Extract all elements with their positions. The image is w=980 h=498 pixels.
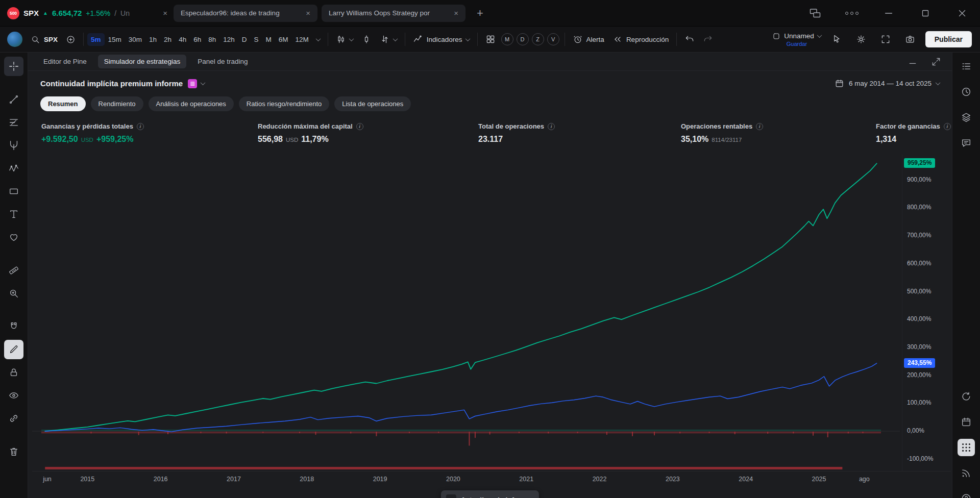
apps-menu-button[interactable] xyxy=(958,439,975,456)
timeframe-15m[interactable]: 15m xyxy=(105,33,125,46)
pitchfork-tool[interactable] xyxy=(4,136,23,155)
zoom-tool[interactable] xyxy=(4,284,23,303)
cursor-icon xyxy=(831,34,842,44)
alerts-panel-button[interactable] xyxy=(958,83,975,101)
layout-letter-list: MDZV xyxy=(500,33,561,45)
minimize-panel-icon[interactable] xyxy=(906,55,919,68)
chart-overlay-button[interactable] xyxy=(357,31,376,47)
emoji-tool[interactable] xyxy=(4,228,23,247)
report-tab-resumen[interactable]: Resumen xyxy=(40,96,86,111)
watchlist-button[interactable] xyxy=(958,58,975,75)
fib-retracement-tool[interactable] xyxy=(4,113,23,132)
info-icon[interactable]: i xyxy=(137,123,144,130)
alert-button[interactable]: Alerta xyxy=(569,31,608,47)
info-icon[interactable]: i xyxy=(356,123,363,130)
hide-drawings-tool[interactable] xyxy=(4,386,23,405)
timeframe-D[interactable]: D xyxy=(238,33,251,46)
news-feed-button[interactable] xyxy=(958,464,975,482)
timeframe-S[interactable]: S xyxy=(251,33,262,46)
timeframe-12h[interactable]: 12h xyxy=(219,33,238,46)
close-window-icon[interactable] xyxy=(955,7,969,20)
compare-button[interactable] xyxy=(376,31,401,47)
add-symbol-button[interactable] xyxy=(62,32,80,47)
timeframe-5m[interactable]: 5m xyxy=(87,33,105,46)
report-tab-lista-de-operaciones[interactable]: Lista de operaciones xyxy=(334,96,411,111)
timeframe-6M[interactable]: 6M xyxy=(275,33,292,46)
redo-button[interactable] xyxy=(699,31,717,47)
browser-tab-1[interactable]: Especulador96: ideas de trading × xyxy=(174,5,317,22)
timeframe-1h[interactable]: 1h xyxy=(145,33,160,46)
info-icon[interactable]: i xyxy=(944,123,951,130)
object-tree-button[interactable] xyxy=(958,109,975,126)
undo-icon xyxy=(684,34,695,44)
date-range-picker[interactable]: 6 may 2014 — 14 oct 2025 xyxy=(835,79,940,88)
replay-button[interactable]: Reproducción xyxy=(608,31,673,47)
ideas-chat-button[interactable] xyxy=(958,134,975,152)
text-tool[interactable] xyxy=(4,205,23,224)
snapshot-button[interactable] xyxy=(901,31,919,47)
indicators-button[interactable]: Indicadores xyxy=(409,31,474,47)
sync-drawings-tool[interactable] xyxy=(4,409,23,428)
timeframe-8h[interactable]: 8h xyxy=(205,33,219,46)
tab-editor-de-pine[interactable]: Editor de Pine xyxy=(37,55,93,68)
publish-button[interactable]: Publicar xyxy=(925,31,972,47)
help-button[interactable] xyxy=(958,490,975,498)
close-tab-icon[interactable]: × xyxy=(452,8,460,18)
symbol-tab[interactable]: 500 SPX ▲ 6.654,72 +1.56% / Un × xyxy=(7,7,169,19)
chart-type-button[interactable] xyxy=(332,31,357,47)
close-tab-icon[interactable]: × xyxy=(304,8,312,18)
undo-button[interactable] xyxy=(680,31,699,47)
time-axis[interactable]: jun2015201620172018201920202021202220232… xyxy=(32,471,951,488)
layout-letter-M[interactable]: M xyxy=(501,33,513,45)
magnet-tool[interactable] xyxy=(4,317,23,336)
price-axis[interactable]: 900,00%800,00%700,00%600,00%500,00%400,0… xyxy=(902,155,951,471)
timeframe-M[interactable]: M xyxy=(262,33,275,46)
tab-panel-de-trading[interactable]: Panel de trading xyxy=(191,55,254,68)
browser-tab-2[interactable]: Larry Williams Oops Strategy por × xyxy=(322,5,465,22)
pattern-tool[interactable] xyxy=(4,159,23,178)
layout-letter-Z[interactable]: Z xyxy=(532,33,544,45)
refresh-button[interactable] xyxy=(958,388,975,405)
info-icon[interactable]: i xyxy=(548,123,555,130)
user-avatar[interactable] xyxy=(7,32,22,47)
overflow-dots-icon[interactable] xyxy=(845,7,859,20)
timeframe-30m[interactable]: 30m xyxy=(125,33,145,46)
trend-line-tool[interactable] xyxy=(4,90,23,109)
minimize-window-icon[interactable] xyxy=(882,7,895,20)
measure-tool[interactable] xyxy=(4,261,23,280)
monitor-icon[interactable] xyxy=(808,7,822,20)
drawing-mode-tool[interactable] xyxy=(4,340,23,359)
timeframe-2h[interactable]: 2h xyxy=(160,33,175,46)
crosshair-tool[interactable] xyxy=(4,57,23,76)
info-icon[interactable]: i xyxy=(756,123,763,130)
restore-window-icon[interactable] xyxy=(919,7,932,20)
layout-save-cluster[interactable]: Unnamed Guardar xyxy=(772,32,821,47)
expand-panel-icon[interactable] xyxy=(929,55,943,68)
layout-grid-button[interactable] xyxy=(481,31,500,47)
timeframe-12M[interactable]: 12M xyxy=(292,33,312,46)
chevron-down-icon[interactable] xyxy=(201,80,206,85)
shapes-tool[interactable] xyxy=(4,182,23,201)
equity-chart-svg[interactable] xyxy=(32,155,900,471)
tab-simulador-de-estrategias[interactable]: Simulador de estrategias xyxy=(98,55,186,68)
report-tab-ratios-riesgo-rendimiento[interactable]: Ratios riesgo/rendimiento xyxy=(239,96,329,111)
timeframe-6h[interactable]: 6h xyxy=(190,33,205,46)
timeframe-menu-button[interactable] xyxy=(312,35,324,44)
symbol-search-button[interactable]: SPX xyxy=(27,32,62,47)
settings-button[interactable] xyxy=(852,31,870,47)
layout-letter-D[interactable]: D xyxy=(517,33,529,45)
stat-label-row: Ganancias y pérdidas totalesi xyxy=(41,122,258,130)
calendar-panel-button[interactable] xyxy=(958,413,975,431)
timeframe-4h[interactable]: 4h xyxy=(175,33,190,46)
close-tab-icon[interactable]: × xyxy=(161,8,169,18)
layout-letter-V[interactable]: V xyxy=(547,33,559,45)
cursor-tool-button[interactable] xyxy=(827,31,846,47)
lock-drawings-tool[interactable] xyxy=(4,363,23,382)
save-link[interactable]: Guardar xyxy=(787,41,807,47)
new-tab-button[interactable]: + xyxy=(474,7,486,20)
report-tab-rendimiento[interactable]: Rendimiento xyxy=(91,96,143,111)
fullscreen-button[interactable] xyxy=(876,31,895,47)
report-tab-an-lisis-de-operaciones[interactable]: Análisis de operaciones xyxy=(149,96,234,111)
strategy-script-icon[interactable]: ▥ xyxy=(188,79,197,88)
remove-drawings-tool[interactable] xyxy=(4,442,23,461)
